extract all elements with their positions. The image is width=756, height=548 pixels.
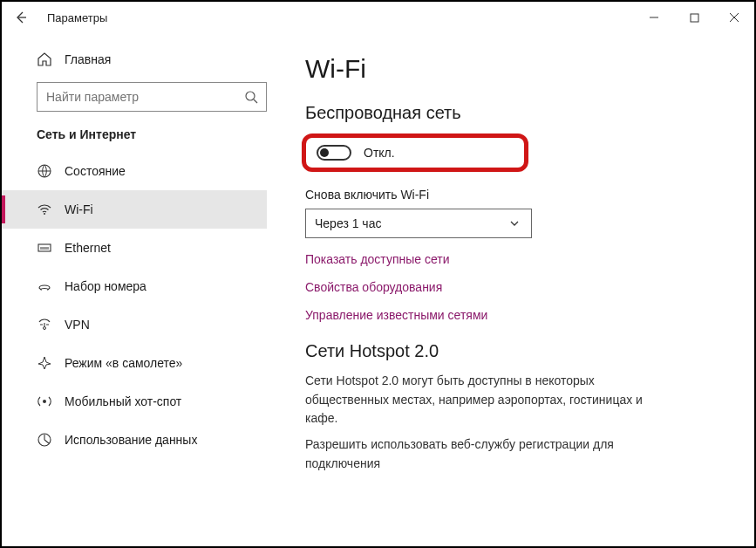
home-icon: [37, 51, 52, 67]
search-icon: [243, 89, 259, 105]
reenable-label: Снова включить Wi-Fi: [305, 188, 728, 202]
close-button[interactable]: [714, 3, 754, 31]
link-available-networks[interactable]: Показать доступные сети: [305, 252, 728, 266]
search-input-wrap[interactable]: [37, 82, 267, 112]
svg-point-5: [44, 327, 46, 330]
hotspot-icon: [37, 394, 52, 409]
sidebar-item-label: Режим «в самолете»: [65, 356, 182, 370]
close-icon: [729, 12, 739, 23]
sidebar-item-label: Мобильный хот-спот: [65, 394, 181, 408]
wifi-toggle[interactable]: [317, 145, 351, 161]
sidebar: Главная Сеть и Интернет Состояние: [2, 33, 279, 546]
hotspot-heading: Сети Hotspot 2.0: [305, 341, 728, 361]
home-label: Главная: [65, 52, 111, 66]
main-panel: Wi-Fi Беспроводная сеть Откл. Снова вклю…: [279, 33, 754, 546]
svg-point-6: [43, 400, 46, 403]
link-hardware-properties[interactable]: Свойства оборудования: [305, 280, 728, 294]
sidebar-item-ethernet[interactable]: Ethernet: [2, 229, 267, 267]
window-title: Параметры: [47, 11, 107, 24]
data-usage-icon: [37, 432, 52, 448]
home-link[interactable]: Главная: [37, 42, 267, 77]
sidebar-item-dialup[interactable]: Набор номера: [2, 267, 267, 305]
link-known-networks[interactable]: Управление известными сетями: [305, 308, 728, 322]
wifi-icon: [37, 202, 52, 217]
globe-icon: [37, 163, 52, 179]
reenable-value: Через 1 час: [315, 216, 381, 230]
wifi-toggle-callout: Откл.: [302, 134, 528, 172]
hotspot-allow-text: Разрешить использовать веб-службу регист…: [305, 435, 671, 473]
wifi-toggle-label: Откл.: [364, 146, 395, 160]
airplane-icon: [37, 355, 52, 371]
svg-point-3: [44, 213, 45, 215]
sidebar-nav: Состояние Wi-Fi Ethernet: [2, 152, 267, 459]
hotspot-description: Сети Hotspot 2.0 могут быть доступны в н…: [305, 372, 671, 428]
minimize-button[interactable]: [634, 3, 674, 31]
vpn-icon: [37, 317, 52, 332]
svg-point-1: [246, 92, 255, 100]
maximize-button[interactable]: [674, 3, 714, 31]
arrow-left-icon: [14, 10, 28, 24]
sidebar-item-label: Использование данных: [65, 433, 197, 447]
page-title: Wi-Fi: [305, 54, 728, 84]
category-heading: Сеть и Интернет: [37, 127, 267, 141]
svg-rect-0: [691, 14, 698, 22]
sidebar-item-datausage[interactable]: Использование данных: [2, 421, 267, 459]
sidebar-item-label: Состояние: [65, 164, 126, 178]
wireless-heading: Беспроводная сеть: [305, 103, 728, 123]
search-input[interactable]: [44, 89, 243, 105]
sidebar-item-label: Wi-Fi: [65, 202, 93, 216]
chevron-down-icon: [507, 216, 522, 231]
back-button[interactable]: [12, 9, 30, 26]
sidebar-item-label: Ethernet: [65, 241, 111, 255]
reenable-select[interactable]: Через 1 час: [305, 209, 532, 238]
sidebar-item-hotspot[interactable]: Мобильный хот-спот: [2, 382, 267, 421]
sidebar-item-label: Набор номера: [65, 279, 146, 293]
sidebar-item-label: VPN: [65, 318, 90, 332]
titlebar: Параметры: [2, 2, 754, 33]
dialup-icon: [37, 278, 52, 294]
ethernet-icon: [37, 240, 52, 256]
sidebar-item-vpn[interactable]: VPN: [2, 305, 267, 344]
sidebar-item-status[interactable]: Состояние: [2, 152, 267, 190]
maximize-icon: [690, 13, 699, 23]
sidebar-item-airplane[interactable]: Режим «в самолете»: [2, 344, 267, 382]
minimize-icon: [649, 12, 659, 23]
sidebar-item-wifi[interactable]: Wi-Fi: [2, 190, 267, 229]
